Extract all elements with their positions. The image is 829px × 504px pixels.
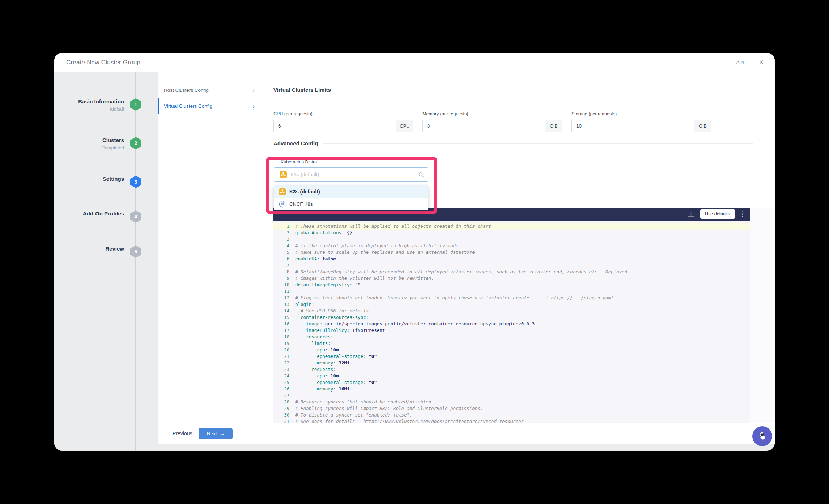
code-line: 30 # To disable a syncer set "enabled: f… xyxy=(273,412,750,418)
next-button[interactable]: Next → xyxy=(199,428,233,439)
step-number-hexagon: 5 xyxy=(130,245,141,258)
code-line: 14 # See PPD-866 for details xyxy=(273,308,750,314)
step-number-hexagon: 2 xyxy=(130,137,141,149)
line-number: 3 xyxy=(273,236,289,243)
code-line: 12 # Plugins that should get loaded. Usu… xyxy=(273,295,750,301)
code-line: 11 xyxy=(273,288,750,295)
line-content: # Plugins that should get loaded. Usuall… xyxy=(289,295,616,301)
next-button-label: Next xyxy=(207,431,217,436)
heading-rule xyxy=(336,90,753,90)
code-line: 9 # images within the vcluster will not … xyxy=(273,275,750,282)
line-content: memory: 16Mi xyxy=(289,386,350,392)
previous-button[interactable]: Previous xyxy=(173,431,192,436)
field-unit-addon: GiB xyxy=(694,120,711,132)
code-line: 16 image: gcr.io/spectro-images-public/v… xyxy=(273,321,750,327)
code-line: 1 # These annotations will be applied to… xyxy=(273,223,750,230)
line-number: 22 xyxy=(273,360,289,366)
heading-rule xyxy=(323,143,753,144)
line-number: 20 xyxy=(273,347,289,353)
field-label: CPU (per requests) xyxy=(273,111,413,116)
advanced-section-heading: Advanced Config xyxy=(273,140,753,146)
code-line: 10 defaultImageRegistry: "" xyxy=(273,282,750,288)
line-number: 4 xyxy=(273,243,289,249)
line-content: plugin: xyxy=(289,301,314,308)
config-nav: Host Clusters Config › Virtual Clusters … xyxy=(158,82,260,114)
k3s-icon xyxy=(279,188,286,195)
distro-option[interactable]: K3s (default) xyxy=(274,185,428,198)
limit-field: Memory (per requests) GiB xyxy=(422,111,562,132)
line-content: limits: xyxy=(289,340,331,347)
line-content: enableHA: false xyxy=(289,256,336,262)
step-label: Settings xyxy=(103,175,124,182)
config-nav-item[interactable]: Virtual Clusters Config › xyxy=(158,98,260,114)
distro-option[interactable]: CNCF K8s xyxy=(274,198,428,210)
split-view-icon[interactable] xyxy=(688,212,694,217)
kebab-menu-icon[interactable] xyxy=(741,210,745,219)
field-value-input[interactable] xyxy=(273,120,396,132)
code-line: 20 cpu: 10m xyxy=(273,347,750,353)
field-value-input[interactable] xyxy=(422,120,545,132)
distro-search-input[interactable] xyxy=(290,171,418,178)
field-label: Storage (per requests) xyxy=(571,111,711,116)
line-content: # These annotations will be applied to a… xyxy=(289,223,491,230)
content-divider xyxy=(260,82,260,423)
line-number: 17 xyxy=(273,327,289,334)
assistant-fab[interactable] xyxy=(752,426,772,446)
step-number-hexagon: 3 xyxy=(130,176,141,188)
use-defaults-button[interactable]: Use defaults xyxy=(700,209,735,219)
line-number: 10 xyxy=(273,282,289,288)
astronaut-icon xyxy=(757,431,768,442)
line-content xyxy=(289,236,295,243)
close-icon[interactable]: ✕ xyxy=(757,57,765,68)
line-number: 16 xyxy=(273,321,289,327)
config-nav-item[interactable]: Host Clusters Config › xyxy=(158,82,260,98)
stepper-step[interactable]: Add-On Profiles 4 xyxy=(54,210,141,223)
stepper-sidebar: Basic Information fddfsdf 1 Clusters Com… xyxy=(54,72,158,451)
k3s-icon xyxy=(280,171,287,178)
line-content: # See PPD-866 for details xyxy=(289,308,369,314)
stepper-step[interactable]: Settings 3 xyxy=(54,175,141,188)
line-content: # images within the vcluster will not be… xyxy=(289,275,434,282)
field-value-input[interactable] xyxy=(571,120,694,132)
line-number: 8 xyxy=(273,269,289,275)
stepper-step[interactable]: Clusters Completed 2 xyxy=(54,137,141,151)
kubernetes-distro-select[interactable] xyxy=(274,167,428,182)
code-line: 7 xyxy=(273,262,750,269)
line-content: globalAnnotations: {} xyxy=(289,230,352,236)
line-number: 12 xyxy=(273,295,289,301)
code-line: 13 plugin: xyxy=(273,301,750,308)
code-line: 25 ephemeral-storage: "0" xyxy=(273,379,750,386)
line-number: 2 xyxy=(273,230,289,236)
line-number: 29 xyxy=(273,405,289,412)
line-content: resources: xyxy=(289,334,333,340)
line-number: 30 xyxy=(273,412,289,418)
code-line: 4 # If the control plane is deployed in … xyxy=(273,243,750,249)
header-divider xyxy=(751,59,751,67)
yaml-code[interactable]: 1 # These annotations will be applied to… xyxy=(273,221,750,423)
api-button[interactable]: API xyxy=(736,60,744,65)
line-number: 5 xyxy=(273,249,289,256)
line-content: imagePullPolicy: IfNotPresent xyxy=(289,327,385,334)
line-number: 13 xyxy=(273,301,289,308)
yaml-editor[interactable]: Use defaults 1 # These annotations will … xyxy=(273,208,750,423)
stepper-step[interactable]: Review 5 xyxy=(54,245,141,258)
step-label: Clusters xyxy=(101,137,124,144)
stepper-line xyxy=(135,72,136,451)
line-number: 1 xyxy=(273,223,289,230)
search-icon xyxy=(418,172,424,178)
line-number: 31 xyxy=(273,418,289,423)
limits-fields: CPU (per requests) CPU Memory (per reque… xyxy=(273,111,711,132)
code-line: 5 # Make sure to scale up the replicas a… xyxy=(273,249,750,256)
stepper-step[interactable]: Basic Information fddfsdf 1 xyxy=(54,98,141,112)
code-line: 23 requests: xyxy=(273,366,750,373)
k8s-icon xyxy=(279,201,286,208)
code-line: 19 limits: xyxy=(273,340,750,347)
line-content: cpu: 10m xyxy=(289,373,339,379)
distro-dropdown-menu: K3s (default) CNCF K8s xyxy=(274,185,428,210)
chevron-right-icon: › xyxy=(252,87,255,94)
step-status: Completed xyxy=(101,145,124,151)
line-content: # Make sure to scale up the replicas and… xyxy=(289,249,475,256)
modal-title: Create New Cluster Group xyxy=(66,59,140,66)
wizard-footer: Previous Next → xyxy=(158,423,775,444)
line-number: 11 xyxy=(273,288,289,295)
